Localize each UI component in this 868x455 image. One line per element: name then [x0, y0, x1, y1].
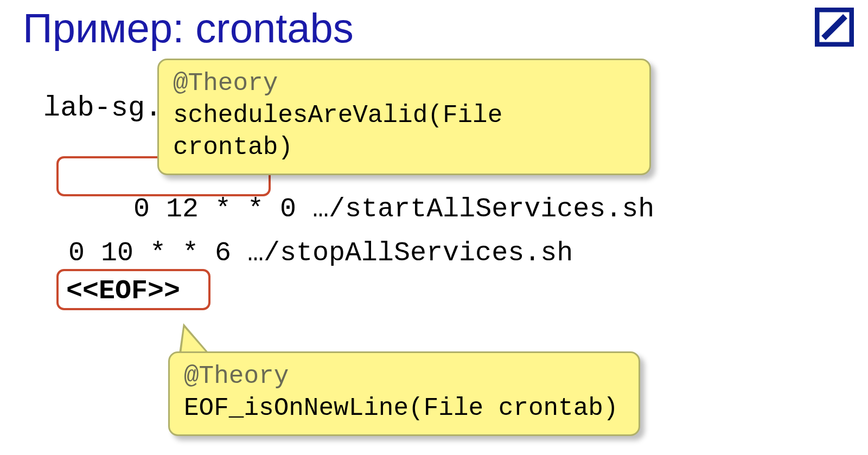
highlight-box-eof: [56, 269, 210, 310]
cron-command-1: …/startAllServices.sh: [296, 194, 654, 225]
slide-title: Пример: crontabs: [23, 4, 354, 52]
callout-eof-newline: @Theory EOF_isOnNewLine(File crontab): [168, 351, 640, 436]
slash-square-icon: [815, 8, 854, 47]
callout1-signature: schedulesAreValid(File crontab): [173, 100, 635, 164]
slide: Пример: crontabs lab-sg.cron 0 12 * * 0 …: [0, 0, 868, 455]
callout1-annotation: @Theory: [173, 68, 635, 100]
svg-line-1: [824, 16, 845, 38]
cron-entry-2: 0 10 * * 6 …/stopAllServices.sh: [68, 238, 573, 268]
cron-schedule-1: 0 12 * * 0: [133, 194, 296, 225]
callout-tail-2-fill: [181, 328, 207, 354]
callout2-signature: EOF_isOnNewLine(File crontab): [184, 393, 624, 425]
callout2-annotation: @Theory: [184, 361, 624, 393]
brand-logo: [815, 8, 854, 47]
callout-schedules-valid: @Theory schedulesAreValid(File crontab): [157, 59, 651, 175]
